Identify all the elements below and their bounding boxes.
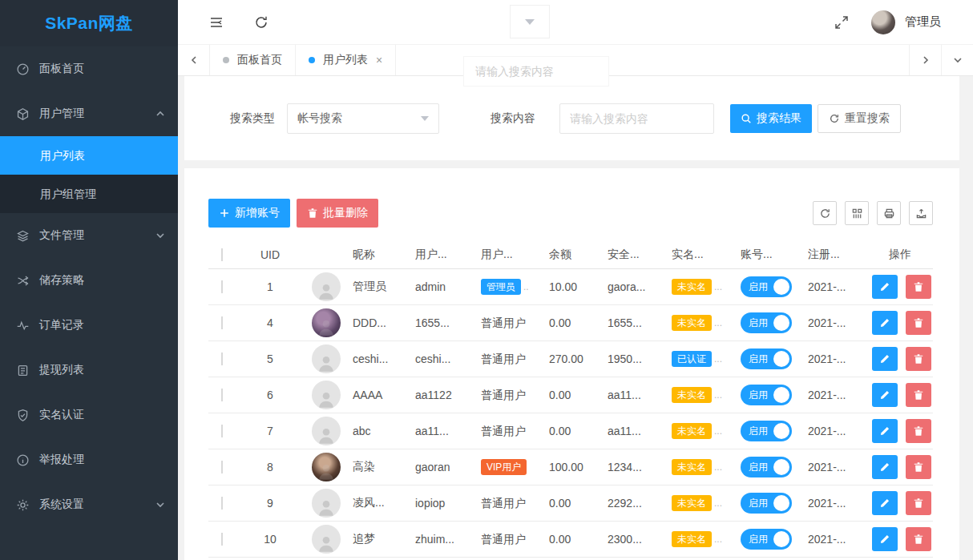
admin-avatar[interactable] bbox=[871, 10, 895, 34]
row-checkbox[interactable] bbox=[221, 425, 223, 437]
collapse-menu-icon[interactable] bbox=[208, 14, 224, 30]
balance-cell: 270.00 bbox=[549, 353, 608, 365]
table-columns-button[interactable] bbox=[845, 201, 869, 225]
row-checkbox[interactable] bbox=[221, 461, 223, 473]
edit-user-button[interactable] bbox=[872, 455, 898, 479]
tabs-menu-button[interactable] bbox=[941, 45, 973, 75]
sidebar-item-withdraw-list[interactable]: 提现列表 bbox=[0, 348, 178, 393]
person-icon bbox=[316, 316, 337, 337]
toggle-knob bbox=[773, 315, 789, 331]
status-toggle[interactable]: 启用 bbox=[741, 385, 792, 405]
balance-cell: 0.00 bbox=[549, 497, 608, 510]
avatar bbox=[312, 417, 341, 445]
trash-icon bbox=[913, 389, 924, 401]
tabs-scroll-right-button[interactable] bbox=[909, 45, 941, 75]
sidebar: SkPan网盘 面板首页 用户管理 用户列表 用户组管理 bbox=[0, 0, 178, 560]
row-checkbox[interactable] bbox=[221, 533, 223, 546]
tab-close-icon[interactable]: × bbox=[376, 54, 382, 66]
person-icon bbox=[316, 461, 337, 481]
table-export-button[interactable] bbox=[909, 201, 933, 225]
pencil-icon bbox=[879, 281, 890, 292]
row-checkbox[interactable] bbox=[221, 389, 223, 401]
tabs-scroll-left-button[interactable] bbox=[178, 45, 210, 75]
person-icon bbox=[316, 425, 337, 445]
delete-user-button[interactable] bbox=[906, 347, 931, 371]
delete-user-button[interactable] bbox=[906, 455, 931, 479]
add-account-button[interactable]: 新增账号 bbox=[208, 199, 290, 228]
ghost-dropdown[interactable] bbox=[510, 5, 550, 38]
status-toggle[interactable]: 启用 bbox=[741, 493, 792, 514]
admin-name[interactable]: 管理员 bbox=[905, 14, 941, 30]
trash-icon bbox=[913, 281, 924, 292]
col-header-status: 账号... bbox=[741, 248, 808, 262]
sidebar-item-dashboard[interactable]: 面板首页 bbox=[0, 46, 178, 91]
sidebar-item-order-records[interactable]: 订单记录 bbox=[0, 303, 178, 348]
status-toggle[interactable]: 启用 bbox=[741, 457, 792, 477]
columns-icon bbox=[851, 207, 863, 220]
row-checkbox[interactable] bbox=[221, 280, 223, 293]
delete-user-button[interactable] bbox=[906, 275, 931, 299]
edit-user-button[interactable] bbox=[872, 527, 898, 551]
edit-user-button[interactable] bbox=[872, 419, 898, 443]
delete-user-button[interactable] bbox=[906, 419, 931, 443]
sidebar-item-user-group[interactable]: 用户组管理 bbox=[0, 175, 178, 213]
status-toggle[interactable]: 启用 bbox=[741, 276, 792, 297]
status-label: 启用 bbox=[749, 497, 768, 510]
edit-user-button[interactable] bbox=[872, 491, 898, 515]
status-label: 启用 bbox=[749, 389, 768, 402]
layers-icon bbox=[16, 229, 30, 243]
sidebar-item-system-settings[interactable]: 系统设置 bbox=[0, 482, 178, 527]
sidebar-item-report-handling[interactable]: 举报处理 bbox=[0, 437, 178, 482]
table-refresh-button[interactable] bbox=[813, 201, 837, 225]
ghost-search-input[interactable]: 请输入搜索内容 bbox=[463, 56, 609, 87]
username-cell: zhuim... bbox=[415, 533, 481, 546]
edit-user-button[interactable] bbox=[872, 275, 898, 299]
regtime-cell: 2021-... bbox=[808, 316, 872, 329]
pencil-icon bbox=[879, 317, 890, 328]
delete-user-button[interactable] bbox=[906, 491, 931, 515]
realname-cell: 未实名... bbox=[672, 279, 741, 295]
edit-user-button[interactable] bbox=[872, 383, 898, 407]
email-cell: aa11... bbox=[608, 425, 672, 437]
sidebar-item-file-management[interactable]: 文件管理 bbox=[0, 213, 178, 258]
table-print-button[interactable] bbox=[877, 201, 901, 225]
batch-delete-button[interactable]: 批量删除 bbox=[297, 199, 378, 228]
user-group-badge: 普通用户 bbox=[481, 316, 526, 330]
edit-user-button[interactable] bbox=[872, 311, 898, 335]
status-toggle[interactable]: 启用 bbox=[741, 348, 792, 369]
row-checkbox[interactable] bbox=[221, 497, 223, 510]
refresh-icon bbox=[819, 207, 831, 220]
select-all-checkbox[interactable] bbox=[221, 248, 223, 261]
edit-user-button[interactable] bbox=[872, 347, 898, 371]
trash-icon bbox=[913, 498, 924, 509]
delete-user-button[interactable] bbox=[906, 383, 931, 407]
fullscreen-icon[interactable] bbox=[834, 15, 849, 30]
username-cell: ceshi... bbox=[415, 353, 481, 365]
row-checkbox[interactable] bbox=[221, 316, 223, 329]
status-label: 启用 bbox=[749, 461, 768, 474]
search-type-select[interactable]: 帐号搜索 bbox=[287, 103, 439, 134]
status-label: 启用 bbox=[749, 533, 768, 546]
tab-dashboard[interactable]: 面板首页 bbox=[210, 45, 296, 75]
content: 搜索类型 帐号搜索 搜索内容 搜索结果 重置搜索 bbox=[178, 76, 973, 560]
status-toggle[interactable]: 启用 bbox=[741, 312, 792, 333]
search-button[interactable]: 搜索结果 bbox=[730, 104, 812, 133]
export-icon bbox=[915, 207, 927, 220]
reset-search-button[interactable]: 重置搜索 bbox=[818, 104, 901, 133]
email-cell: 1950... bbox=[608, 353, 672, 365]
status-toggle[interactable]: 启用 bbox=[741, 421, 792, 441]
sidebar-item-user-list[interactable]: 用户列表 bbox=[0, 136, 178, 175]
delete-user-button[interactable] bbox=[906, 527, 931, 551]
refresh-icon[interactable] bbox=[253, 14, 269, 30]
status-toggle[interactable]: 启用 bbox=[741, 529, 792, 550]
email-cell: gaora... bbox=[608, 280, 672, 293]
search-content-input[interactable] bbox=[559, 103, 714, 134]
sidebar-item-storage-policy[interactable]: 储存策略 bbox=[0, 258, 178, 303]
sidebar-item-realname-auth[interactable]: 实名认证 bbox=[0, 393, 178, 437]
avatar bbox=[312, 453, 341, 481]
tab-user-list[interactable]: 用户列表 × bbox=[296, 45, 396, 75]
sidebar-item-user-management[interactable]: 用户管理 bbox=[0, 91, 178, 136]
delete-user-button[interactable] bbox=[906, 311, 931, 335]
avatar bbox=[312, 489, 341, 518]
row-checkbox[interactable] bbox=[221, 353, 223, 365]
